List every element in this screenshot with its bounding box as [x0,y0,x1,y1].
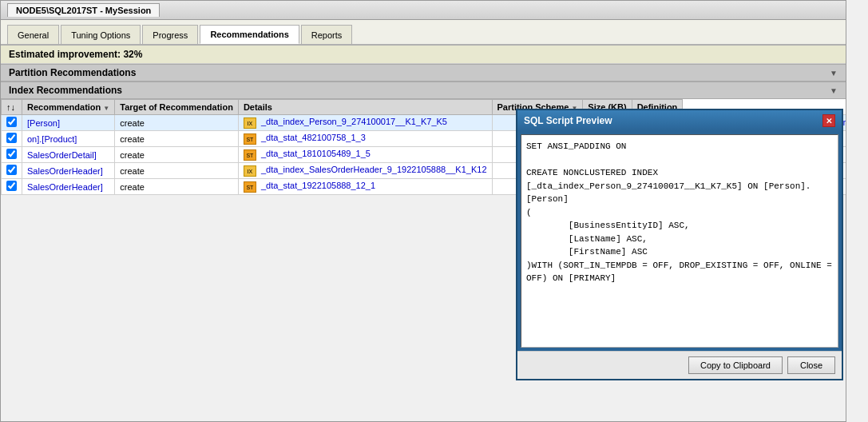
row-action: create [115,179,239,195]
target-link[interactable]: _dta_index_SalesOrderHeader_9_1922105888… [261,165,487,174]
row-checkbox[interactable] [6,181,17,191]
window-title-tab: NODE5\SQL2017ST - MySession [7,3,160,17]
partition-section-label: Partition Recommendations [9,67,136,78]
index-section-header[interactable]: Index Recommendations ▼ [1,82,846,99]
target-icon: ST [244,181,256,193]
row-target: ST _dta_stat_482100758_1_3 [238,131,492,147]
tab-progress[interactable]: Progress [142,25,198,44]
col-details-header[interactable]: Details [238,100,492,115]
row-table: SalesOrderDetail] [22,147,115,163]
row-table: [Person] [22,115,115,131]
row-table: on].[Product] [22,131,115,147]
rec-sort-icon: ▼ [103,105,109,112]
col-check-header: ↑↓ [2,100,22,115]
sql-text: SET ANSI_PADDING ON CREATE NONCLUSTERED … [526,140,833,285]
col-recommendation-header[interactable]: Recommendation ▼ [22,100,115,115]
row-target: ST _dta_stat_1922105888_12_1 [238,179,492,195]
window-title: NODE5\SQL2017ST - MySession [16,6,151,15]
row-action: create [115,163,239,179]
dialog-close-x-button[interactable]: ✕ [822,114,835,127]
sql-preview-dialog: SQL Script Preview ✕ SET ANSI_PADDING ON… [516,109,843,380]
tab-recommendations[interactable]: Recommendations [200,25,299,44]
row-checkbox[interactable] [6,165,17,175]
row-action: create [115,115,239,131]
tab-reports[interactable]: Reports [301,25,353,44]
target-link[interactable]: _dta_index_Person_9_274100017__K1_K7_K5 [261,117,447,126]
tab-general[interactable]: General [7,25,59,44]
tabs-bar: General Tuning Options Progress Recommen… [1,20,846,46]
estimated-label: Estimated improvement: [9,49,121,60]
row-target: ST _dta_stat_1810105489_1_5 [238,147,492,163]
row-target: IX _dta_index_Person_9_274100017__K1_K7_… [238,115,492,131]
row-target: IX _dta_index_SalesOrderHeader_9_1922105… [238,163,492,179]
row-check [2,147,22,163]
dialog-title-bar: SQL Script Preview ✕ [517,110,842,131]
row-table: SalesOrderHeader] [22,163,115,179]
target-icon: ST [244,133,256,145]
row-checkbox[interactable] [6,149,17,159]
estimated-improvement-bar: Estimated improvement: 32% [1,46,846,64]
partition-section-header[interactable]: Partition Recommendations ▼ [1,64,846,82]
index-section-label: Index Recommendations [9,85,122,96]
dialog-footer: Copy to Clipboard Close [517,351,842,379]
copy-to-clipboard-button[interactable]: Copy to Clipboard [688,356,783,374]
dialog-title: SQL Script Preview [524,115,612,126]
row-checkbox[interactable] [6,133,17,143]
row-checkbox[interactable] [6,117,17,127]
target-link[interactable]: _dta_stat_482100758_1_3 [261,133,366,142]
row-action: create [115,131,239,147]
target-link[interactable]: _dta_stat_1922105888_12_1 [261,181,375,190]
partition-chevron-icon: ▼ [830,69,838,78]
target-icon: ST [244,149,256,161]
row-check [2,163,22,179]
row-check [2,131,22,147]
title-bar: NODE5\SQL2017ST - MySession [1,1,846,20]
target-link[interactable]: _dta_stat_1810105489_1_5 [261,149,371,158]
target-icon: IX [244,117,256,129]
main-window: NODE5\SQL2017ST - MySession General Tuni… [0,0,846,422]
tab-tuning[interactable]: Tuning Options [61,25,141,44]
row-check [2,179,22,195]
target-icon: IX [244,165,256,177]
index-chevron-icon: ▼ [830,86,838,95]
col-target-header[interactable]: Target of Recommendation [115,100,239,115]
estimated-value: 32% [123,49,142,60]
row-table: SalesOrderHeader] [22,179,115,195]
row-action: create [115,147,239,163]
row-check [2,115,22,131]
close-button[interactable]: Close [787,356,835,374]
sql-script-content[interactable]: SET ANSI_PADDING ON CREATE NONCLUSTERED … [521,134,838,348]
